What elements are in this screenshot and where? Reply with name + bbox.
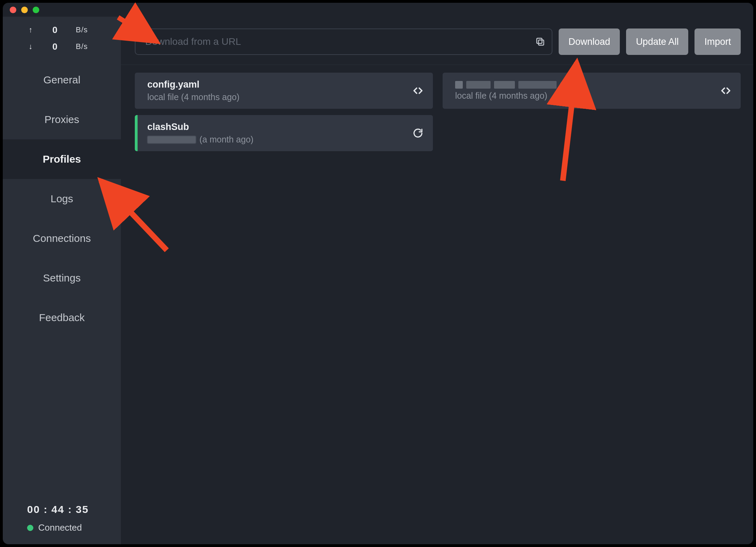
profile-card-subtitle: (a month ago): [147, 134, 254, 145]
sidebar-item-settings[interactable]: Settings: [3, 258, 121, 298]
upload-speed-unit: B/s: [76, 25, 97, 34]
sidebar-item-feedback[interactable]: Feedback: [3, 298, 121, 337]
app-window: ↑ 0 B/s ↓ 0 B/s General Proxies Profiles…: [3, 3, 753, 544]
profiles-toolbar: Download Update All Import: [121, 17, 753, 65]
code-icon[interactable]: [721, 85, 731, 96]
clipboard-icon[interactable]: [535, 36, 545, 47]
connection-status-label: Connected: [38, 522, 82, 533]
url-input-wrap[interactable]: [135, 28, 552, 55]
window-zoom-button[interactable]: [33, 7, 39, 13]
profile-card[interactable]: local file (4 months ago): [443, 73, 741, 109]
download-speed-unit: B/s: [76, 42, 97, 51]
profile-card-time: (a month ago): [199, 134, 254, 145]
svg-rect-1: [537, 38, 542, 43]
sidebar: ↑ 0 B/s ↓ 0 B/s General Proxies Profiles…: [3, 17, 121, 544]
profile-card-subtitle: local file (4 months ago): [455, 91, 568, 101]
sidebar-item-logs[interactable]: Logs: [3, 179, 121, 219]
download-speed-row: ↓ 0 B/s: [3, 38, 121, 55]
upload-speed-row: ↑ 0 B/s: [3, 22, 121, 38]
profile-card-title-redacted: [455, 81, 568, 89]
upload-speed-value: 0: [48, 25, 62, 35]
sidebar-item-connections[interactable]: Connections: [3, 219, 121, 258]
profile-card-title: config.yaml: [147, 79, 239, 90]
window-minimize-button[interactable]: [21, 7, 28, 13]
profile-card-subtitle: local file (4 months ago): [147, 92, 239, 102]
sidebar-item-profiles[interactable]: Profiles: [3, 139, 121, 179]
connection-status: Connected: [27, 522, 110, 533]
download-button[interactable]: Download: [559, 28, 620, 55]
profile-card-grid: config.yaml local file (4 months ago): [121, 65, 753, 151]
sidebar-nav: General Proxies Profiles Logs Connection…: [3, 60, 121, 337]
arrow-down-icon: ↓: [27, 42, 34, 51]
profile-card-active[interactable]: clashSub (a month ago): [135, 115, 433, 151]
update-all-button[interactable]: Update All: [626, 28, 688, 55]
profile-card[interactable]: config.yaml local file (4 months ago): [135, 73, 433, 109]
window-close-button[interactable]: [10, 7, 16, 13]
titlebar: [3, 3, 753, 17]
connection-timer: 00 : 44 : 35: [27, 504, 110, 515]
active-indicator: [135, 115, 138, 151]
arrow-up-icon: ↑: [27, 25, 34, 34]
speed-indicator: ↑ 0 B/s ↓ 0 B/s: [3, 17, 121, 60]
status-dot-icon: [27, 525, 33, 531]
profile-card-title: clashSub: [147, 122, 254, 132]
svg-rect-0: [539, 40, 544, 45]
import-button[interactable]: Import: [695, 28, 741, 55]
sidebar-item-general[interactable]: General: [3, 60, 121, 100]
code-icon[interactable]: [413, 85, 423, 96]
url-input[interactable]: [145, 36, 535, 47]
main-panel: Download Update All Import config.yaml l…: [121, 17, 753, 544]
sidebar-footer: 00 : 44 : 35 Connected: [3, 495, 121, 544]
download-speed-value: 0: [48, 41, 62, 52]
profile-card-source-redacted: [147, 136, 196, 144]
sidebar-item-proxies[interactable]: Proxies: [3, 100, 121, 139]
refresh-icon[interactable]: [413, 128, 423, 138]
